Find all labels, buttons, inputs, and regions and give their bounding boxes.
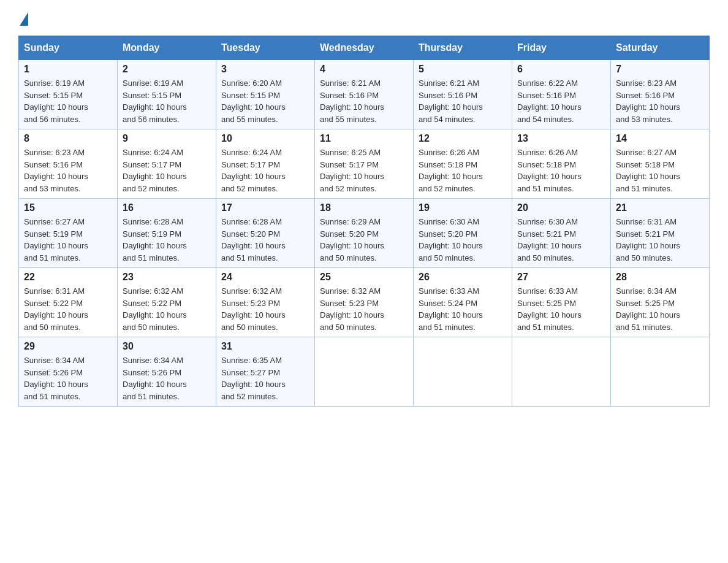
day-info: Sunrise: 6:30 AMSunset: 5:21 PMDaylight:… — [517, 216, 605, 264]
day-number: 19 — [419, 202, 507, 213]
calendar-cell: 30Sunrise: 6:34 AMSunset: 5:26 PMDayligh… — [118, 337, 216, 407]
weekday-header-thursday: Thursday — [414, 36, 512, 60]
calendar-cell: 5Sunrise: 6:21 AMSunset: 5:16 PMDaylight… — [414, 60, 512, 129]
weekday-header-saturday: Saturday — [611, 36, 710, 60]
day-number: 4 — [320, 64, 408, 75]
day-number: 15 — [24, 202, 112, 213]
weekday-header-monday: Monday — [118, 36, 216, 60]
logo — [18, 12, 29, 23]
calendar-cell: 1Sunrise: 6:19 AMSunset: 5:15 PMDaylight… — [19, 60, 118, 129]
day-info: Sunrise: 6:28 AMSunset: 5:20 PMDaylight:… — [221, 216, 309, 264]
calendar-cell: 24Sunrise: 6:32 AMSunset: 5:23 PMDayligh… — [216, 268, 315, 337]
day-info: Sunrise: 6:23 AMSunset: 5:16 PMDaylight:… — [616, 77, 704, 125]
calendar-cell: 8Sunrise: 6:23 AMSunset: 5:16 PMDaylight… — [19, 129, 118, 199]
calendar-cell: 4Sunrise: 6:21 AMSunset: 5:16 PMDaylight… — [315, 60, 414, 129]
day-info: Sunrise: 6:29 AMSunset: 5:20 PMDaylight:… — [320, 216, 408, 264]
weekday-header-tuesday: Tuesday — [216, 36, 315, 60]
day-info: Sunrise: 6:31 AMSunset: 5:21 PMDaylight:… — [616, 216, 704, 264]
logo-text — [18, 12, 29, 26]
calendar-cell: 26Sunrise: 6:33 AMSunset: 5:24 PMDayligh… — [414, 268, 512, 337]
calendar-cell: 27Sunrise: 6:33 AMSunset: 5:25 PMDayligh… — [512, 268, 611, 337]
day-number: 30 — [123, 341, 211, 352]
day-number: 22 — [24, 272, 112, 283]
day-info: Sunrise: 6:30 AMSunset: 5:20 PMDaylight:… — [419, 216, 507, 264]
weekday-header-wednesday: Wednesday — [315, 36, 414, 60]
calendar-cell: 15Sunrise: 6:27 AMSunset: 5:19 PMDayligh… — [19, 199, 118, 268]
calendar-week-5: 29Sunrise: 6:34 AMSunset: 5:26 PMDayligh… — [19, 337, 710, 407]
day-info: Sunrise: 6:34 AMSunset: 5:25 PMDaylight:… — [616, 285, 704, 333]
day-number: 16 — [123, 202, 211, 213]
day-info: Sunrise: 6:26 AMSunset: 5:18 PMDaylight:… — [419, 147, 507, 194]
calendar-cell: 16Sunrise: 6:28 AMSunset: 5:19 PMDayligh… — [118, 199, 216, 268]
day-number: 27 — [517, 272, 605, 283]
day-info: Sunrise: 6:32 AMSunset: 5:23 PMDaylight:… — [221, 285, 309, 333]
logo-triangle-icon — [20, 12, 28, 26]
calendar-cell: 10Sunrise: 6:24 AMSunset: 5:17 PMDayligh… — [216, 129, 315, 199]
day-info: Sunrise: 6:24 AMSunset: 5:17 PMDaylight:… — [123, 147, 211, 194]
day-info: Sunrise: 6:33 AMSunset: 5:24 PMDaylight:… — [419, 285, 507, 333]
day-info: Sunrise: 6:27 AMSunset: 5:18 PMDaylight:… — [616, 147, 704, 194]
day-info: Sunrise: 6:21 AMSunset: 5:16 PMDaylight:… — [320, 77, 408, 125]
calendar-cell: 3Sunrise: 6:20 AMSunset: 5:15 PMDaylight… — [216, 60, 315, 129]
calendar-cell: 17Sunrise: 6:28 AMSunset: 5:20 PMDayligh… — [216, 199, 315, 268]
day-info: Sunrise: 6:32 AMSunset: 5:23 PMDaylight:… — [320, 285, 408, 333]
day-number: 6 — [517, 64, 605, 75]
calendar-cell: 9Sunrise: 6:24 AMSunset: 5:17 PMDaylight… — [118, 129, 216, 199]
day-number: 5 — [419, 64, 507, 75]
day-number: 3 — [221, 64, 309, 75]
day-info: Sunrise: 6:33 AMSunset: 5:25 PMDaylight:… — [517, 285, 605, 333]
weekday-header-sunday: Sunday — [19, 36, 118, 60]
calendar-cell: 7Sunrise: 6:23 AMSunset: 5:16 PMDaylight… — [611, 60, 710, 129]
calendar-cell — [315, 337, 414, 407]
day-number: 20 — [517, 202, 605, 213]
day-info: Sunrise: 6:25 AMSunset: 5:17 PMDaylight:… — [320, 147, 408, 194]
day-info: Sunrise: 6:28 AMSunset: 5:19 PMDaylight:… — [123, 216, 211, 264]
day-number: 11 — [320, 133, 408, 144]
day-info: Sunrise: 6:19 AMSunset: 5:15 PMDaylight:… — [123, 77, 211, 125]
calendar-cell: 20Sunrise: 6:30 AMSunset: 5:21 PMDayligh… — [512, 199, 611, 268]
day-info: Sunrise: 6:32 AMSunset: 5:22 PMDaylight:… — [123, 285, 211, 333]
calendar-cell: 12Sunrise: 6:26 AMSunset: 5:18 PMDayligh… — [414, 129, 512, 199]
day-number: 2 — [123, 64, 211, 75]
calendar-cell — [611, 337, 710, 407]
calendar-cell: 25Sunrise: 6:32 AMSunset: 5:23 PMDayligh… — [315, 268, 414, 337]
calendar-table: SundayMondayTuesdayWednesdayThursdayFrid… — [18, 36, 710, 407]
day-number: 23 — [123, 272, 211, 283]
calendar-cell: 29Sunrise: 6:34 AMSunset: 5:26 PMDayligh… — [19, 337, 118, 407]
calendar-week-3: 15Sunrise: 6:27 AMSunset: 5:19 PMDayligh… — [19, 199, 710, 268]
day-number: 7 — [616, 64, 704, 75]
weekday-header-friday: Friday — [512, 36, 611, 60]
day-info: Sunrise: 6:21 AMSunset: 5:16 PMDaylight:… — [419, 77, 507, 125]
calendar-cell: 6Sunrise: 6:22 AMSunset: 5:16 PMDaylight… — [512, 60, 611, 129]
day-number: 26 — [419, 272, 507, 283]
day-info: Sunrise: 6:35 AMSunset: 5:27 PMDaylight:… — [221, 354, 309, 402]
calendar-cell: 23Sunrise: 6:32 AMSunset: 5:22 PMDayligh… — [118, 268, 216, 337]
calendar-week-2: 8Sunrise: 6:23 AMSunset: 5:16 PMDaylight… — [19, 129, 710, 199]
calendar-cell: 28Sunrise: 6:34 AMSunset: 5:25 PMDayligh… — [611, 268, 710, 337]
calendar-cell: 31Sunrise: 6:35 AMSunset: 5:27 PMDayligh… — [216, 337, 315, 407]
day-info: Sunrise: 6:34 AMSunset: 5:26 PMDaylight:… — [24, 354, 112, 402]
day-number: 13 — [517, 133, 605, 144]
calendar-cell — [414, 337, 512, 407]
day-info: Sunrise: 6:27 AMSunset: 5:19 PMDaylight:… — [24, 216, 112, 264]
day-info: Sunrise: 6:26 AMSunset: 5:18 PMDaylight:… — [517, 147, 605, 194]
day-number: 31 — [221, 341, 309, 352]
calendar-cell: 18Sunrise: 6:29 AMSunset: 5:20 PMDayligh… — [315, 199, 414, 268]
day-number: 14 — [616, 133, 704, 144]
day-info: Sunrise: 6:34 AMSunset: 5:26 PMDaylight:… — [123, 354, 211, 402]
calendar-cell: 13Sunrise: 6:26 AMSunset: 5:18 PMDayligh… — [512, 129, 611, 199]
calendar-cell: 22Sunrise: 6:31 AMSunset: 5:22 PMDayligh… — [19, 268, 118, 337]
day-number: 18 — [320, 202, 408, 213]
page-header — [18, 12, 710, 23]
day-number: 29 — [24, 341, 112, 352]
day-number: 9 — [123, 133, 211, 144]
day-info: Sunrise: 6:22 AMSunset: 5:16 PMDaylight:… — [517, 77, 605, 125]
calendar-cell — [512, 337, 611, 407]
weekday-header-row: SundayMondayTuesdayWednesdayThursdayFrid… — [19, 36, 710, 60]
calendar-week-1: 1Sunrise: 6:19 AMSunset: 5:15 PMDaylight… — [19, 60, 710, 129]
day-number: 28 — [616, 272, 704, 283]
day-number: 25 — [320, 272, 408, 283]
day-number: 8 — [24, 133, 112, 144]
calendar-cell: 21Sunrise: 6:31 AMSunset: 5:21 PMDayligh… — [611, 199, 710, 268]
calendar-cell: 11Sunrise: 6:25 AMSunset: 5:17 PMDayligh… — [315, 129, 414, 199]
